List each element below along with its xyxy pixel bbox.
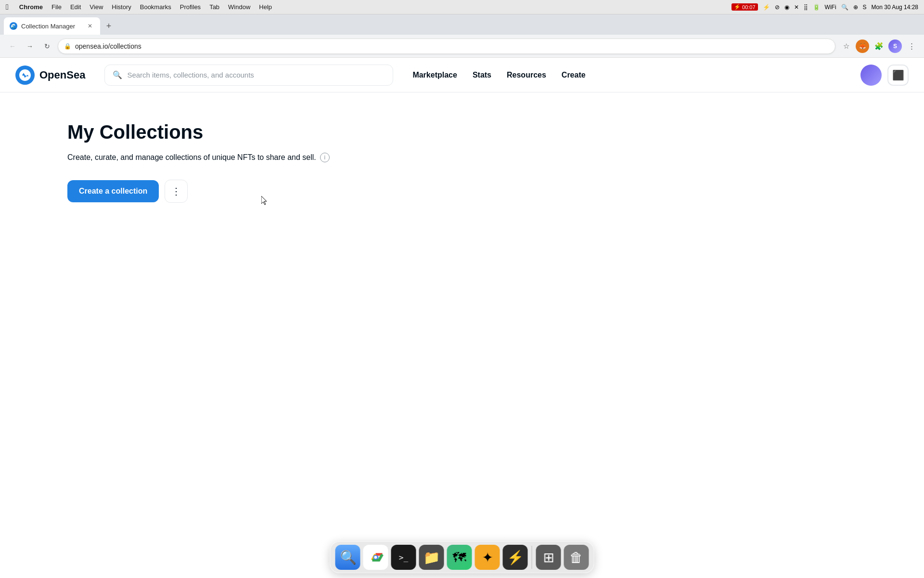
mac-menubar:  Chrome File Edit View History Bookmark… (0, 0, 924, 14)
nav-link-stats[interactable]: Stats (473, 71, 491, 79)
apple-menu[interactable]:  (6, 3, 9, 12)
datetime-display: Mon 30 Aug 14:28 (872, 4, 918, 11)
reload-button[interactable]: ↻ (40, 39, 54, 53)
dock-files[interactable]: 📁 (419, 545, 444, 570)
nav-link-create[interactable]: Create (562, 71, 586, 79)
battery-indicator: ⚡ 00:07 (732, 3, 758, 11)
nav-right: ⬛ (860, 65, 909, 86)
active-tab[interactable]: 🌊 Collection Manager ✕ (4, 17, 100, 35)
search-icon: 🔍 (113, 70, 122, 79)
opensea-logo-text: OpenSea (39, 69, 85, 81)
chrome-addressbar: ← → ↻ 🔒 opensea.io/collections ☆ 🦊 🧩 S ⋮ (0, 35, 924, 58)
nav-link-resources[interactable]: Resources (507, 71, 546, 79)
description-text: Create, curate, and manage collections o… (67, 153, 316, 162)
opensea-logo[interactable]: OpenSea (15, 66, 85, 85)
search-bar[interactable]: 🔍 (104, 65, 393, 86)
dock-terminal[interactable]: >_ (391, 545, 416, 570)
menu-file[interactable]: File (51, 3, 62, 11)
magnifier-icon: 🔍 (841, 4, 848, 11)
menu-history[interactable]: History (112, 3, 131, 11)
tab-close-button[interactable]: ✕ (86, 22, 94, 30)
files-icon: 📁 (423, 550, 440, 565)
wifi-icon: WiFi (825, 4, 836, 11)
svg-text:🔍: 🔍 (340, 550, 356, 565)
info-icon[interactable]: i (320, 153, 330, 162)
address-bar[interactable]: 🔒 opensea.io/collections (58, 39, 835, 54)
toolbar-right: ☆ 🦊 🧩 S ⋮ (839, 39, 918, 53)
dock-grid[interactable]: ⊞ (536, 545, 561, 570)
search-input[interactable] (127, 71, 385, 79)
battery-time: 00:07 (742, 4, 756, 10)
dock-script[interactable]: ✦ (475, 545, 500, 570)
tab-favicon: 🌊 (10, 22, 17, 30)
page-description: Create, curate, and manage collections o… (67, 153, 857, 162)
screen-record-icon: ◉ (784, 4, 789, 11)
menubar-right: ⚡ 00:07 ⚡ ⊘ ◉ ✕ ⣿ 🔋 WiFi 🔍 ⊕ S Mon 30 Au… (732, 3, 918, 11)
menu-profiles[interactable]: Profiles (180, 3, 201, 11)
actions-row: Create a collection ⋮ (67, 180, 857, 203)
control-center-icon: ⊕ (853, 4, 858, 11)
menu-chrome[interactable]: Chrome (19, 3, 43, 11)
grid-icon: ⊞ (543, 550, 554, 565)
menu-window[interactable]: Window (228, 3, 250, 11)
chrome-tabbar: 🌊 Collection Manager ✕ + (0, 14, 924, 35)
bolt-icon: ⚡ (507, 550, 524, 565)
dock-chrome[interactable] (363, 545, 388, 570)
tab-title: Collection Manager (21, 23, 82, 30)
dock-finder[interactable]: 🔍 (335, 545, 360, 570)
terminal-icon: >_ (399, 553, 408, 562)
secure-icon: 🔒 (64, 43, 71, 50)
script-icon: ✦ (482, 550, 493, 565)
maps-icon: 🗺 (453, 550, 466, 565)
dock-maps[interactable]: 🗺 (447, 545, 472, 570)
url-display: opensea.io/collections (75, 42, 829, 50)
menu-tab[interactable]: Tab (209, 3, 219, 11)
dock-bolt[interactable]: ⚡ (503, 545, 528, 570)
lightning-icon: ⚡ (734, 4, 741, 10)
menu-bookmarks[interactable]: Bookmarks (140, 3, 171, 11)
more-options-button[interactable]: ⋮ (165, 180, 188, 203)
back-button[interactable]: ← (6, 39, 19, 53)
thunderbolt-icon: ⚡ (763, 4, 770, 11)
menu-edit[interactable]: Edit (70, 3, 81, 11)
chrome-profile-button[interactable]: S (888, 39, 902, 53)
more-options-icon: ⋮ (171, 185, 181, 197)
dock-trash[interactable]: 🗑 (564, 545, 589, 570)
metamask-extension-icon[interactable]: 🦊 (856, 39, 869, 53)
menu-help[interactable]: Help (259, 3, 272, 11)
extensions-button[interactable]: 🧩 (872, 39, 886, 53)
opensea-logo-icon (15, 66, 35, 85)
nav-link-marketplace[interactable]: Marketplace (412, 71, 457, 79)
menu-extra-icon: ⣿ (804, 4, 808, 11)
create-collection-button[interactable]: Create a collection (67, 180, 159, 202)
wallet-button[interactable]: ⬛ (887, 65, 909, 86)
forward-button[interactable]: → (23, 39, 37, 53)
user-icon: S (863, 4, 867, 11)
do-not-disturb-icon: ⊘ (775, 4, 780, 11)
page-title: My Collections (67, 121, 857, 143)
dock-separator (532, 546, 532, 569)
battery-full-icon: 🔋 (813, 4, 820, 11)
twitter-icon: ✕ (794, 4, 799, 11)
opensea-navbar: OpenSea 🔍 Marketplace Stats Resources Cr… (0, 58, 924, 92)
menu-view[interactable]: View (90, 3, 103, 11)
new-tab-button[interactable]: + (102, 19, 116, 33)
mac-dock: 🔍 >_ 📁 🗺 ✦ ⚡ ⊞ 🗑 (330, 541, 594, 573)
main-content: My Collections Create, curate, and manag… (0, 92, 924, 232)
chrome-menu-button[interactable]: ⋮ (905, 39, 918, 53)
svg-point-5 (374, 556, 377, 559)
user-avatar[interactable] (860, 65, 882, 86)
nav-links: Marketplace Stats Resources Create (412, 71, 585, 79)
bookmark-star-button[interactable]: ☆ (839, 39, 853, 53)
trash-icon: 🗑 (570, 550, 583, 565)
